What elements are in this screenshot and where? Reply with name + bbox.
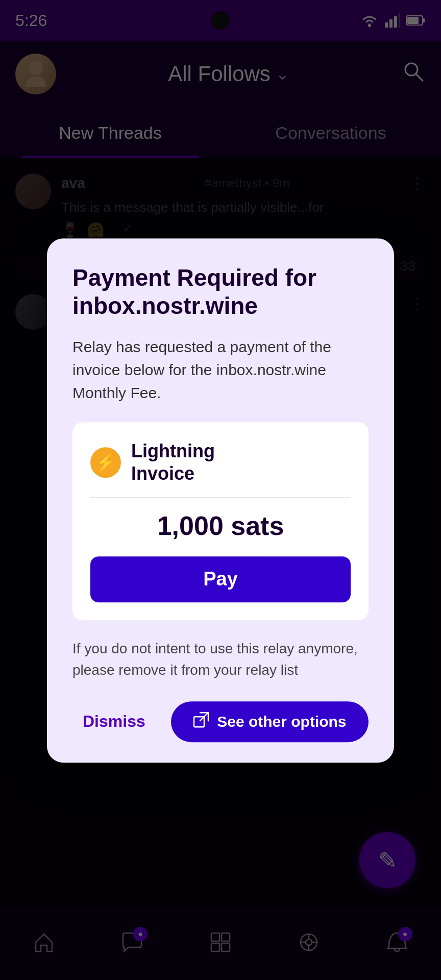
modal-footnote: If you do not intent to use this relay a… — [72, 638, 369, 681]
invoice-header: ⚡ LightningInvoice — [90, 440, 351, 484]
see-other-options-label: See other options — [217, 713, 346, 730]
modal-actions: Dismiss See other options — [72, 701, 369, 742]
see-other-options-button[interactable]: See other options — [171, 701, 369, 742]
invoice-card: ⚡ LightningInvoice 1,000 sats Pay — [72, 423, 369, 620]
modal-title: Payment Required for inbox.nostr.wine — [72, 264, 369, 320]
lightning-icon: ⚡ — [90, 447, 121, 478]
dismiss-button[interactable]: Dismiss — [72, 707, 156, 736]
payment-modal: Payment Required for inbox.nostr.wine Re… — [47, 238, 394, 763]
external-link-icon — [193, 712, 209, 731]
invoice-divider — [90, 497, 351, 498]
modal-description: Relay has requested a payment of the inv… — [72, 336, 369, 405]
pay-button[interactable]: Pay — [90, 556, 351, 602]
invoice-amount: 1,000 sats — [90, 510, 351, 541]
invoice-title: LightningInvoice — [131, 440, 215, 484]
